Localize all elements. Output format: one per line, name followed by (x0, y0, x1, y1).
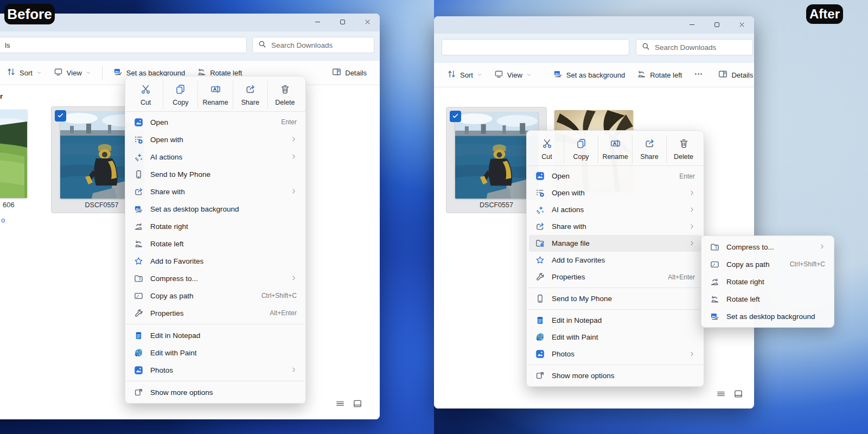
menu-item-add-to-favorites[interactable]: Add to Favorites (127, 252, 303, 270)
menu-item-properties[interactable]: PropertiesAlt+Enter (127, 304, 303, 322)
list-view-icon[interactable] (335, 399, 345, 411)
menu-item-copy-as-path[interactable]: Copy as pathCtrl+Shift+C (704, 256, 832, 273)
menu-item-label: Set as desktop background (150, 205, 297, 213)
menu-item-label: Share with (552, 222, 689, 231)
toolbar-button-details[interactable]: Details (328, 64, 371, 81)
toolbar-button-view[interactable]: View (49, 64, 95, 81)
menu-item-edit-in-notepad[interactable]: Edit in Notepad (529, 312, 701, 329)
selection-checkbox[interactable] (55, 110, 66, 122)
menu-item-manage-file[interactable]: Manage file (529, 235, 701, 252)
maximize-button[interactable] (330, 14, 355, 31)
menu-item-send-to-my-phone[interactable]: Send to My Phone (529, 290, 701, 307)
check-icon (57, 111, 64, 121)
menu-item-share-with[interactable]: Share with (529, 218, 701, 235)
compress-icon (133, 274, 144, 283)
toolbar-label: Details (731, 71, 753, 79)
grid-view-icon[interactable] (733, 389, 743, 401)
menu-item-copy-as-path[interactable]: Copy as pathCtrl+Shift+C (127, 287, 303, 304)
menu-item-shortcut: Enter (281, 118, 297, 126)
grid-view-icon[interactable] (353, 399, 362, 411)
menu-item-open[interactable]: OpenEnter (529, 168, 701, 184)
toolbar-button-set-as-background[interactable]: Set as background (549, 66, 629, 84)
context-menu-after: CutCopyRenameShareDeleteOpenEnterOpen wi… (526, 130, 704, 387)
command-delete[interactable]: Delete (267, 81, 302, 109)
chevron-down-icon (526, 71, 532, 79)
command-label: Share (241, 99, 259, 106)
menu-item-shortcut: Enter (679, 173, 695, 180)
menu-item-compress-to[interactable]: Compress to... (704, 238, 832, 256)
link-fragment[interactable]: o (1, 216, 5, 224)
command-bar-divider (125, 111, 305, 112)
menu-item-photos[interactable]: Photos (529, 346, 701, 362)
menu-item-rotate-left[interactable]: Rotate left (704, 290, 832, 308)
menu-item-open-with[interactable]: Open with (529, 184, 701, 201)
menu-item-photos[interactable]: Photos (127, 361, 303, 379)
menu-item-open-with[interactable]: Open with (127, 131, 303, 148)
menu-item-label: Share with (150, 188, 291, 196)
menu-item-properties[interactable]: PropertiesAlt+Enter (529, 269, 701, 285)
menu-item-rotate-left[interactable]: Rotate left (127, 235, 303, 252)
menu-item-label: Photos (150, 366, 291, 374)
menu-item-show-more-options[interactable]: Show more options (529, 367, 701, 384)
menu-item-ai-actions[interactable]: AI actions (529, 201, 701, 218)
close-button[interactable] (729, 16, 754, 34)
check-icon (452, 112, 459, 122)
menu-item-open[interactable]: OpenEnter (127, 113, 303, 131)
golf-photo-thumbnail[interactable] (0, 110, 27, 198)
menu-item-rotate-right[interactable]: Rotate right (127, 218, 303, 235)
menu-item-send-to-my-phone[interactable]: Send to My Phone (127, 165, 303, 183)
address-bar[interactable] (442, 39, 629, 55)
toolbar-label: Sort (460, 71, 473, 79)
paint-icon (133, 348, 144, 358)
toolbar-button-sort[interactable]: Sort (2, 64, 46, 81)
toolbar-label: Set as background (566, 71, 625, 79)
window-controls (305, 14, 380, 31)
command-rename[interactable]: Rename (598, 135, 632, 163)
command-cut[interactable]: Cut (530, 135, 564, 163)
search-input[interactable]: Search Downloads (252, 37, 374, 53)
toolbar-button-sort[interactable]: Sort (443, 66, 487, 84)
command-label: Delete (674, 153, 693, 161)
toolbar-button-see-more[interactable] (690, 66, 707, 84)
menu-item-set-as-desktop-background[interactable]: Set as desktop background (127, 200, 303, 218)
menu-item-edit-with-paint[interactable]: Edit with Paint (127, 344, 303, 361)
menu-item-label: Rotate right (726, 278, 825, 286)
address-bar[interactable]: ls (0, 37, 247, 53)
toolbar-button-view[interactable]: View (490, 66, 536, 84)
menu-item-rotate-right[interactable]: Rotate right (704, 273, 832, 290)
toolbar-button-details[interactable]: Details (714, 66, 754, 84)
command-share[interactable]: Share (632, 135, 666, 163)
menu-item-label: Properties (150, 309, 260, 317)
command-rename[interactable]: Rename (197, 81, 232, 109)
titlebar[interactable] (434, 16, 754, 34)
close-button[interactable] (355, 14, 380, 31)
selection-checkbox[interactable] (450, 111, 461, 122)
menu-item-compress-to[interactable]: Compress to... (127, 270, 303, 287)
list-view-icon[interactable] (716, 389, 726, 401)
toolbar-button-rotate-left[interactable]: Rotate left (633, 66, 686, 84)
menu-item-set-as-desktop-background[interactable]: Set as desktop background (704, 308, 832, 325)
menu-item-add-to-favorites[interactable]: Add to Favorites (529, 252, 701, 269)
command-cut[interactable]: Cut (129, 81, 163, 109)
menu-item-show-more-options[interactable]: Show more options (127, 384, 303, 401)
menu-item-edit-in-notepad[interactable]: Edit in Notepad (127, 327, 303, 344)
titlebar[interactable] (0, 14, 380, 31)
maximize-button[interactable] (704, 16, 729, 34)
command-delete[interactable]: Delete (666, 135, 700, 163)
menu-item-share-with[interactable]: Share with (127, 183, 303, 200)
diver-photo-thumbnail (455, 112, 538, 199)
menu-item-ai-actions[interactable]: AI actions (127, 148, 303, 165)
minimize-button[interactable] (305, 14, 330, 31)
menu-item-edit-with-paint[interactable]: Edit with Paint (529, 329, 701, 346)
command-copy[interactable]: Copy (163, 81, 197, 109)
command-label: Rename (202, 99, 228, 106)
menu-item-label: Copy as path (726, 260, 780, 269)
address-row: ls Search Downloads (0, 31, 380, 61)
command-label: Copy (573, 153, 589, 161)
command-copy[interactable]: Copy (564, 135, 598, 163)
command-share[interactable]: Share (233, 81, 267, 109)
chevron-down-icon (477, 71, 482, 79)
minimize-button[interactable] (679, 16, 704, 34)
search-input[interactable]: Search Downloads (636, 39, 753, 55)
maximize-icon (713, 21, 720, 30)
